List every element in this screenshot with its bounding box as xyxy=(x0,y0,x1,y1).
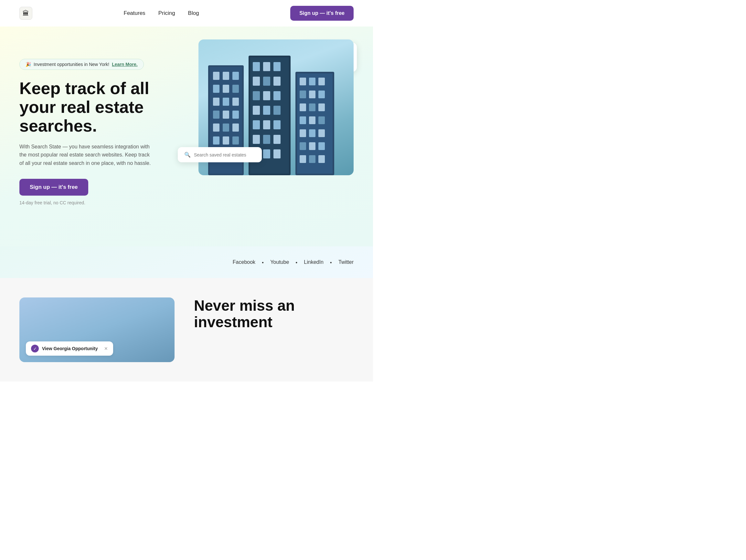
second-section: ✓ View Georgia Opportunity ✕ Never miss … xyxy=(0,278,373,382)
georgia-notification[interactable]: ✓ View Georgia Opportunity ✕ xyxy=(26,341,113,356)
search-input[interactable] xyxy=(194,152,255,158)
hero-right: 16th Avenue St. is on sale Notify xyxy=(188,39,353,175)
svg-rect-33 xyxy=(274,91,281,100)
svg-rect-18 xyxy=(223,136,229,144)
hero-trial-text: 14-day free trial, no CC required. xyxy=(20,200,175,205)
svg-rect-14 xyxy=(213,123,220,132)
hero-left: 🎉 Investment opportunities in New York! … xyxy=(20,46,175,205)
nav-features[interactable]: Features xyxy=(124,10,145,16)
svg-rect-31 xyxy=(253,91,260,100)
svg-rect-39 xyxy=(274,120,281,129)
social-youtube[interactable]: Youtube xyxy=(270,259,289,265)
social-linkedin[interactable]: LinkedIn xyxy=(304,259,323,265)
svg-rect-42 xyxy=(274,135,281,144)
svg-rect-59 xyxy=(318,116,325,124)
svg-rect-19 xyxy=(232,136,239,144)
svg-rect-5 xyxy=(213,85,220,93)
svg-rect-61 xyxy=(309,129,315,137)
logo-icon: 🏛 xyxy=(20,7,32,20)
svg-rect-57 xyxy=(299,116,306,124)
svg-rect-6 xyxy=(223,85,229,93)
svg-rect-34 xyxy=(253,106,260,115)
search-icon: 🔍 xyxy=(184,152,191,158)
svg-rect-67 xyxy=(309,155,315,163)
dot-2: ● xyxy=(295,260,297,264)
svg-rect-26 xyxy=(263,62,270,71)
svg-rect-28 xyxy=(253,77,260,86)
svg-rect-3 xyxy=(223,72,229,80)
badge-emoji: 🎉 xyxy=(26,62,31,67)
svg-rect-27 xyxy=(274,62,281,71)
svg-rect-29 xyxy=(263,77,270,86)
svg-rect-44 xyxy=(263,149,270,159)
svg-rect-54 xyxy=(299,104,306,111)
svg-rect-9 xyxy=(223,97,229,106)
nav-links: Features Pricing Blog xyxy=(124,10,199,17)
georgia-check-icon: ✓ xyxy=(31,345,39,353)
logo[interactable]: 🏛 xyxy=(20,7,32,20)
svg-rect-11 xyxy=(213,111,220,119)
svg-rect-64 xyxy=(309,142,315,150)
second-right: Never miss an investment xyxy=(194,298,353,330)
social-twitter[interactable]: Twitter xyxy=(338,259,353,265)
learn-more-link[interactable]: Learn More. xyxy=(112,62,137,67)
svg-rect-55 xyxy=(309,104,315,111)
hero-description: With Search State — you have seamless in… xyxy=(20,143,155,167)
svg-rect-32 xyxy=(263,91,270,100)
svg-rect-17 xyxy=(213,136,220,144)
second-heading: Never miss an investment xyxy=(194,298,353,330)
social-section: Facebook ● Youtube ● LinkedIn ● Twitter xyxy=(0,246,373,278)
nav-signup-button[interactable]: Sign up — it's free xyxy=(290,6,353,21)
svg-rect-58 xyxy=(309,116,315,124)
nav-pricing[interactable]: Pricing xyxy=(159,10,175,16)
svg-rect-37 xyxy=(253,120,260,129)
svg-rect-62 xyxy=(318,129,325,137)
svg-rect-36 xyxy=(274,106,281,115)
hero-signup-button[interactable]: Sign up — it's free xyxy=(20,179,88,196)
hero-section: 🎉 Investment opportunities in New York! … xyxy=(0,27,373,246)
svg-rect-50 xyxy=(318,78,325,85)
svg-rect-4 xyxy=(232,72,239,80)
svg-rect-41 xyxy=(263,135,270,144)
svg-rect-65 xyxy=(318,142,325,150)
svg-rect-30 xyxy=(274,77,281,86)
svg-rect-48 xyxy=(299,78,306,85)
dot-1: ● xyxy=(262,260,264,264)
svg-rect-52 xyxy=(309,90,315,98)
svg-rect-15 xyxy=(223,123,229,132)
navigation: 🏛 Features Pricing Blog Sign up — it's f… xyxy=(0,0,373,27)
nav-blog[interactable]: Blog xyxy=(188,10,199,16)
svg-rect-63 xyxy=(299,142,306,150)
svg-rect-53 xyxy=(318,90,325,98)
svg-rect-66 xyxy=(299,155,306,163)
svg-rect-35 xyxy=(263,106,270,115)
svg-rect-16 xyxy=(232,123,239,132)
svg-rect-56 xyxy=(318,104,325,111)
georgia-close-button[interactable]: ✕ xyxy=(104,346,108,351)
svg-rect-49 xyxy=(309,78,315,85)
svg-rect-12 xyxy=(223,111,229,119)
georgia-card: ✓ View Georgia Opportunity ✕ xyxy=(20,298,175,362)
badge-text: Investment opportunities in New York! xyxy=(34,62,109,67)
svg-rect-7 xyxy=(232,85,239,93)
dot-3: ● xyxy=(330,260,332,264)
svg-rect-2 xyxy=(213,72,220,80)
georgia-text: View Georgia Opportunity xyxy=(42,346,97,351)
svg-rect-60 xyxy=(299,129,306,137)
hero-badge: 🎉 Investment opportunities in New York! … xyxy=(20,59,144,70)
hero-title: Keep track of all your real estate searc… xyxy=(20,79,175,136)
svg-rect-13 xyxy=(232,111,239,119)
search-bar-float: 🔍 xyxy=(178,147,262,162)
svg-rect-38 xyxy=(263,120,270,129)
svg-rect-68 xyxy=(318,155,325,163)
svg-rect-8 xyxy=(213,97,220,106)
svg-rect-10 xyxy=(232,97,239,106)
social-facebook[interactable]: Facebook xyxy=(233,259,255,265)
svg-rect-25 xyxy=(253,62,260,71)
svg-rect-45 xyxy=(274,149,281,159)
svg-rect-40 xyxy=(253,135,260,144)
svg-rect-51 xyxy=(299,90,306,98)
